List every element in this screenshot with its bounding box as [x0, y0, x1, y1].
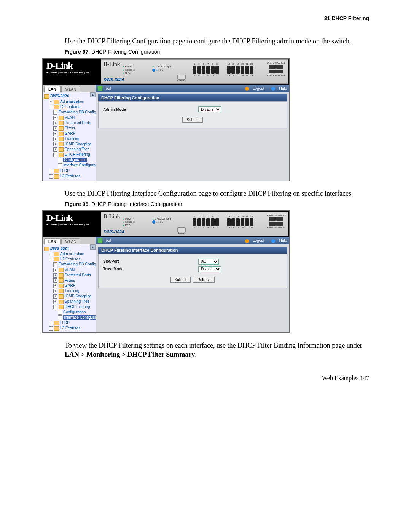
led-block-2: ● Link/ACT/Spd ● PoE [152, 217, 171, 224]
tool-icon[interactable] [98, 238, 102, 243]
tree-l3[interactable]: L3 Features [60, 174, 80, 178]
tree-garp[interactable]: GARP [65, 283, 75, 288]
nav-tree[interactable]: ▴ DWS-3024 +Administration −L2 Features … [43, 244, 96, 332]
tree-filters[interactable]: Filters [65, 126, 75, 130]
figure-98-screenshot: D-Link Building Networks for People D-Li… [42, 210, 290, 333]
paragraph-3: To view the DHCP Filtering settings on e… [65, 341, 369, 359]
toolbar: Tool Logout Help [96, 237, 289, 244]
tree-root[interactable]: DWS-3024 [50, 94, 69, 98]
figure-98-title: DHCP Filtering Interface Configuration [91, 201, 182, 207]
tree-vlan[interactable]: VLAN [65, 115, 75, 120]
port-block-1: 123456789101112 [193, 63, 219, 77]
tree-lldp[interactable]: LLDP [60, 169, 70, 173]
tree-fdb[interactable]: Forwarding DB Configu [59, 262, 96, 266]
combo-ports: Combo1/Combo2 Combo3/Combo4 [267, 62, 285, 77]
tree-admin[interactable]: Administration [60, 99, 84, 104]
console-port: Console [177, 75, 186, 82]
tree-l2[interactable]: L2 Features [60, 257, 80, 261]
tree-trunking[interactable]: Trunking [65, 289, 80, 293]
tree-l2[interactable]: L2 Features [60, 105, 80, 109]
submit-button[interactable]: Submit [170, 277, 191, 283]
help-icon [271, 87, 275, 91]
tree-root[interactable]: DWS-3024 [50, 246, 69, 251]
tab-wlan[interactable]: WLAN [61, 238, 81, 244]
tree-garp[interactable]: GARP [65, 131, 75, 136]
device-model: DWS-3024 [104, 77, 124, 82]
trust-mode-select[interactable]: Disable [198, 266, 221, 272]
tree-stp[interactable]: Spanning Tree [65, 147, 89, 151]
trust-mode-label: Trust Mode [103, 267, 198, 271]
tree-config-selected[interactable]: Configuration [63, 158, 87, 162]
tree-iface[interactable]: Interface Configurat [63, 163, 96, 167]
tab-wlan[interactable]: WLAN [61, 86, 81, 92]
admin-mode-label: Admin Mode [103, 107, 198, 112]
scroll-up-icon[interactable]: ▴ [90, 244, 96, 250]
logout-icon [245, 87, 249, 91]
content-area: DHCP Filtering Configuration Admin Mode … [96, 92, 289, 180]
brand-text: D-Link [46, 214, 98, 222]
tab-lan[interactable]: LAN [44, 238, 61, 244]
content-area: DHCP Filtering Interface Configuration S… [96, 244, 289, 332]
scroll-up-icon[interactable]: ▴ [90, 92, 96, 97]
combo-ports: Combo1/Combo2 Combo3/Combo4 [267, 214, 285, 229]
tab-bar: LAN WLAN [43, 237, 96, 244]
port-block-1: 123456789101112 [193, 215, 219, 229]
figure-97-title: DHCP Filtering Configuration [91, 49, 160, 55]
tree-igmp[interactable]: IGMP Snooping [65, 294, 91, 298]
slot-port-label: Slot/Port [103, 259, 198, 264]
panel-title: DHCP Filtering Interface Configuration [98, 247, 287, 254]
device-brand: D-Link [104, 214, 120, 219]
tree-l3[interactable]: L3 Features [60, 326, 80, 330]
tree-config[interactable]: Configuration [63, 310, 86, 314]
tree-stp[interactable]: Spanning Tree [65, 299, 89, 304]
tree-igmp[interactable]: IGMP Snooping [65, 142, 91, 146]
tree-iface-selected[interactable]: Interface Configurat [63, 315, 96, 320]
refresh-button[interactable]: Refresh [193, 277, 215, 283]
tree-fdb[interactable]: Forwarding DB Configu [59, 110, 96, 114]
tree-filters[interactable]: Filters [65, 278, 75, 283]
figure-97-screenshot: D-Link Building Networks for People D-Li… [42, 58, 290, 181]
logo-block: D-Link Building Networks for People [43, 211, 100, 237]
figure-97-caption: Figure 97. DHCP Filtering Configuration [65, 49, 369, 55]
figure-97-label: Figure 97. [65, 49, 91, 55]
help-link[interactable]: Help [268, 238, 287, 243]
tree-lldp[interactable]: LLDP [60, 321, 70, 325]
tree-pports[interactable]: Protected Ports [65, 121, 91, 125]
tree-dhcp[interactable]: DHCP Filtering [65, 152, 90, 157]
tree-trunking[interactable]: Trunking [65, 137, 80, 141]
logout-link[interactable]: Logout [242, 86, 264, 91]
brand-text: D-Link [46, 62, 98, 70]
paragraph-1: Use the DHCP Filtering Configuration pag… [65, 37, 369, 46]
logo-block: D-Link Building Networks for People [43, 59, 100, 85]
tool-label[interactable]: Tool [104, 86, 111, 91]
slot-port-select[interactable]: 0/1 [198, 259, 219, 265]
admin-mode-select[interactable]: Disable [198, 106, 221, 112]
device-panel: D-Link ● Power ● Console ● RPS ● Link/AC… [101, 59, 288, 84]
help-link[interactable]: Help [268, 86, 287, 91]
tree-admin[interactable]: Administration [60, 252, 84, 256]
tree-pports[interactable]: Protected Ports [65, 273, 91, 277]
port-block-2: 131415161718192021222324 [227, 63, 253, 77]
toolbar: Tool Logout Help [96, 85, 289, 92]
tool-label[interactable]: Tool [104, 238, 111, 243]
nav-tree[interactable]: ▴ DWS-3024 +Administration −L2 Features … [43, 92, 96, 180]
page-header: 21 DHCP Filtering [42, 15, 369, 21]
figure-98-label: Figure 98. [65, 201, 91, 207]
tab-lan[interactable]: LAN [44, 86, 61, 92]
led-block-1: ● Power ● Console ● RPS [123, 65, 135, 75]
help-icon [271, 239, 275, 243]
brand-tagline: Building Networks for People [46, 223, 98, 226]
logout-icon [245, 239, 249, 243]
tree-vlan[interactable]: VLAN [65, 268, 75, 272]
port-block-2: 131415161718192021222324 [227, 215, 253, 229]
submit-button[interactable]: Submit [182, 117, 202, 123]
logout-link[interactable]: Logout [242, 238, 264, 243]
device-brand: D-Link [104, 61, 120, 67]
tab-bar: LAN WLAN [43, 85, 96, 92]
tool-icon[interactable] [98, 86, 102, 91]
tree-dhcp[interactable]: DHCP Filtering [65, 305, 90, 309]
device-model: DWS-3024 [104, 230, 124, 234]
panel-title: DHCP Filtering Configuration [98, 94, 287, 101]
figure-98-caption: Figure 98. DHCP Filtering Interface Conf… [65, 201, 369, 207]
led-block-2: ● Link/ACT/Spd ● PoE [152, 65, 171, 72]
